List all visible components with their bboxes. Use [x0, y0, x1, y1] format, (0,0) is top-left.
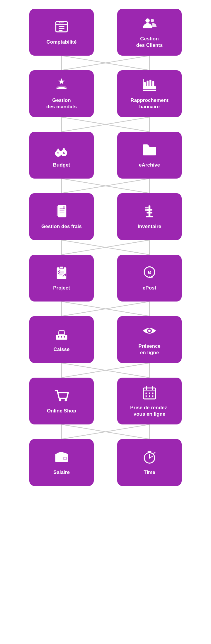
budget-icon: $ $ [54, 142, 69, 160]
salaire-label: Salaire [50, 469, 73, 476]
svg-rect-74 [56, 339, 67, 340]
epost-icon: e [142, 265, 157, 282]
svg-rect-38 [143, 90, 156, 91]
card-time[interactable]: Time [117, 439, 182, 486]
earchive-icon [142, 142, 157, 160]
row-0: CHF Comptabilité Ge [29, 9, 182, 56]
svg-point-77 [64, 336, 65, 338]
gestion-mandats-icon [54, 77, 69, 95]
rapprochement-label: Rapprochementbancaire [127, 97, 171, 110]
rendez-vous-label: Prise de rendez-vous en ligne [127, 405, 171, 417]
gestion-frais-label: Gestion des frais [38, 223, 85, 230]
card-budget[interactable]: $ $ Budget [29, 132, 94, 179]
epost-label: ePost [140, 285, 159, 291]
svg-text:e: e [148, 268, 151, 275]
card-gestion-frais[interactable]: Gestion des frais [29, 193, 94, 240]
card-inventaire[interactable]: Inventaire [117, 193, 182, 240]
card-online-shop[interactable]: Online Shop [29, 378, 94, 424]
svg-rect-47 [63, 148, 65, 150]
caisse-icon [54, 326, 69, 344]
online-shop-icon [54, 388, 69, 405]
svg-rect-40 [147, 80, 149, 87]
gap-0-1 [29, 56, 182, 70]
svg-rect-57 [149, 205, 151, 217]
card-gestion-clients[interactable]: Gestiondes Clients [117, 9, 182, 56]
card-rendez-vous[interactable]: Prise de rendez-vous en ligne [117, 378, 182, 424]
row-4: Project e ePost [29, 255, 182, 302]
svg-text:$: $ [57, 151, 59, 155]
gestion-clients-label: Gestiondes Clients [133, 36, 166, 49]
svg-rect-54 [63, 206, 65, 209]
salaire-icon [54, 449, 69, 467]
svg-point-80 [150, 330, 151, 330]
time-label: Time [141, 469, 158, 476]
budget-label: Budget [50, 162, 73, 168]
gap-6-7 [29, 424, 182, 439]
card-gestion-mandats[interactable]: Gestiondes mandats [29, 70, 94, 117]
presence-icon [142, 323, 157, 341]
svg-rect-42 [152, 81, 154, 87]
comptabilite-icon: CHF [54, 19, 69, 37]
main-container: CHF Comptabilité Ge [29, 0, 182, 644]
card-rapprochement[interactable]: Rapprochementbancaire [117, 70, 182, 117]
svg-point-91 [145, 395, 147, 397]
svg-point-88 [145, 393, 147, 394]
svg-point-76 [61, 336, 62, 338]
gap-4-5 [29, 302, 182, 316]
card-comptabilite[interactable]: CHF Comptabilité [29, 9, 94, 56]
rendez-vous-icon [142, 385, 157, 402]
row-3: Gestion des frais Inventaire [29, 193, 182, 240]
gap-1-2 [29, 117, 182, 132]
row-7: Salaire Time [29, 439, 182, 486]
svg-point-35 [151, 19, 154, 22]
svg-point-90 [152, 393, 154, 394]
svg-point-93 [152, 395, 154, 397]
card-salaire[interactable]: Salaire [29, 439, 94, 486]
row-5: Caisse Présenceen ligne [29, 316, 182, 363]
inventaire-label: Inventaire [135, 223, 164, 230]
card-epost[interactable]: e ePost [117, 255, 182, 302]
card-caisse[interactable]: Caisse [29, 316, 94, 363]
svg-rect-64 [60, 266, 64, 269]
svg-point-83 [65, 399, 67, 401]
svg-point-98 [64, 458, 66, 460]
caisse-label: Caisse [51, 346, 73, 353]
time-icon [142, 449, 157, 467]
gestion-frais-icon [54, 203, 69, 221]
svg-text:CHF: CHF [59, 21, 64, 24]
card-presence[interactable]: Présenceen ligne [117, 316, 182, 363]
row-2: $ $ Budget eArchive [29, 132, 182, 179]
presence-label: Présenceen ligne [135, 343, 164, 356]
svg-point-34 [145, 18, 150, 23]
svg-point-92 [149, 395, 150, 397]
rows-wrapper: CHF Comptabilité Ge [29, 9, 182, 486]
svg-rect-50 [57, 206, 59, 216]
rapprochement-icon [142, 77, 157, 95]
svg-point-89 [149, 393, 150, 394]
project-icon [54, 265, 69, 282]
inventaire-icon [142, 203, 157, 221]
gap-5-6 [29, 363, 182, 378]
earchive-label: eArchive [136, 162, 163, 168]
svg-line-105 [154, 452, 155, 454]
svg-rect-37 [143, 87, 156, 89]
svg-marker-36 [58, 78, 64, 84]
svg-point-102 [149, 457, 150, 459]
card-project[interactable]: Project [29, 255, 94, 302]
gestion-clients-icon [142, 16, 157, 33]
svg-rect-60 [146, 216, 153, 217]
gap-3-4 [29, 240, 182, 255]
online-shop-label: Online Shop [44, 408, 79, 414]
row-6: Online Shop [29, 378, 182, 424]
svg-text:$: $ [63, 151, 65, 155]
card-earchive[interactable]: eArchive [117, 132, 182, 179]
svg-rect-73 [59, 331, 64, 334]
project-label: Project [50, 285, 73, 291]
gestion-mandats-label: Gestiondes mandats [43, 97, 80, 110]
svg-rect-44 [57, 149, 59, 150]
svg-rect-59 [147, 212, 152, 213]
gap-2-3 [29, 179, 182, 193]
svg-rect-41 [149, 80, 152, 87]
svg-point-82 [59, 399, 61, 401]
comptabilite-label: Comptabilité [44, 39, 80, 45]
